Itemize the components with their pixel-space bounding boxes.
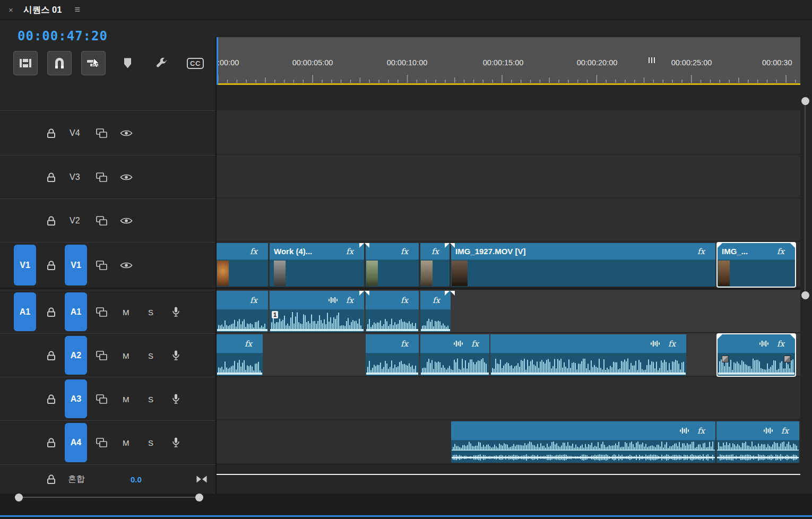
vscroll-handle-bottom[interactable] [801, 291, 809, 299]
track-lock-icon[interactable] [47, 437, 56, 448]
track-target-a2[interactable]: A2 [65, 336, 87, 375]
header-hscroll-track[interactable] [16, 497, 202, 498]
mute-button[interactable]: M [123, 307, 129, 316]
fx-badge[interactable]: fx [346, 247, 353, 256]
clip-label: Work (4)... [270, 247, 312, 256]
fx-badge[interactable]: fx [697, 247, 705, 256]
fx-badge[interactable]: fx [777, 247, 784, 256]
fx-badge[interactable]: fx [245, 339, 252, 349]
vscroll-track[interactable] [805, 104, 806, 292]
clip-header-badges: fx [431, 247, 450, 256]
audio-clip[interactable]: fx [217, 334, 263, 376]
track-target-a1[interactable]: A1 [65, 292, 87, 331]
fx-badge[interactable]: fx [433, 296, 440, 305]
sync-lock-icon[interactable] [96, 216, 107, 226]
fx-badge[interactable]: fx [250, 296, 257, 305]
mute-button[interactable]: M [123, 394, 129, 403]
solo-button[interactable]: S [148, 351, 153, 360]
track-lock-icon[interactable] [47, 172, 56, 183]
track-target-a3[interactable]: A3 [65, 379, 87, 418]
audio-waveform [718, 354, 794, 375]
toggle-track-output-icon[interactable] [120, 217, 133, 224]
clip-body [451, 260, 715, 287]
track-lock-icon[interactable] [47, 474, 56, 485]
sync-lock-icon[interactable] [96, 307, 107, 317]
clip-header-badges: fx [329, 296, 364, 305]
sync-lock-icon[interactable] [96, 261, 107, 270]
audio-clip[interactable]: fx [420, 334, 489, 376]
fx-badge[interactable]: fx [777, 339, 784, 349]
track-lock-icon[interactable] [47, 307, 56, 317]
video-clip[interactable]: IMG_1927.MOV [V]fx [451, 243, 715, 287]
source-patch-a1[interactable]: A1 [14, 292, 36, 331]
fx-badge[interactable]: fx [697, 426, 705, 436]
hscroll-handle-left[interactable] [15, 494, 23, 501]
audio-clip[interactable]: fx [366, 291, 419, 332]
fx-badge[interactable]: fx [471, 339, 479, 349]
vscroll-handle-top[interactable] [801, 97, 809, 105]
audio-clip[interactable]: fx [420, 291, 451, 332]
solo-button[interactable]: S [148, 438, 153, 447]
fx-badge[interactable]: fx [401, 339, 408, 349]
fx-badge[interactable]: fx [401, 296, 408, 305]
voiceover-record-icon[interactable] [172, 393, 180, 404]
track-lock-icon[interactable] [47, 128, 56, 139]
track-target-a4[interactable]: A4 [65, 423, 87, 462]
mute-button[interactable]: M [123, 438, 129, 447]
video-clip[interactable]: fx [366, 243, 419, 287]
clip-body [217, 353, 263, 376]
fx-badge[interactable]: fx [431, 247, 439, 256]
voiceover-record-icon[interactable] [172, 437, 180, 448]
track-name[interactable]: V4 [70, 128, 80, 138]
audio-clip[interactable]: fx [366, 334, 419, 376]
premiere-timeline-panel: × 시퀀스 01 ≡ 00:00:47:20 CC :00:0000:00:05… [0, 0, 812, 519]
fx-badge[interactable]: fx [781, 426, 789, 436]
master-volume-line[interactable] [217, 474, 800, 475]
sync-lock-icon[interactable] [96, 394, 107, 404]
audio-clip[interactable]: fx [718, 334, 795, 376]
toggle-track-output-icon[interactable] [120, 173, 133, 181]
track-lock-icon[interactable] [47, 260, 56, 271]
clip-header: IMG_...fx [718, 243, 795, 260]
solo-button[interactable]: S [148, 307, 153, 316]
audio-clip[interactable]: fx [490, 334, 686, 376]
audio-clip[interactable]: fx [716, 421, 799, 463]
track-name[interactable]: V2 [70, 216, 80, 226]
track-lock-icon[interactable] [47, 350, 56, 361]
toggle-track-output-icon[interactable] [120, 129, 133, 137]
voiceover-record-icon[interactable] [172, 350, 180, 361]
source-patch-v1[interactable]: V1 [14, 245, 36, 286]
track-lock-icon[interactable] [47, 394, 56, 404]
solo-button[interactable]: S [148, 394, 153, 403]
master-level-value[interactable]: 0.0 [131, 475, 142, 484]
voiceover-record-icon[interactable] [172, 306, 180, 317]
clip-header-badges: fx [680, 426, 715, 436]
track-lock-icon[interactable] [47, 215, 56, 226]
hscroll-handle-right[interactable] [195, 494, 203, 501]
fade-handle[interactable] [784, 356, 791, 362]
audio-clip[interactable]: fx [451, 421, 715, 463]
fx-badge[interactable]: fx [668, 339, 676, 349]
video-clip[interactable]: fx [420, 243, 450, 287]
clip-body [420, 260, 450, 287]
sync-lock-icon[interactable] [96, 438, 107, 447]
fade-handle[interactable] [722, 356, 729, 362]
sync-lock-icon[interactable] [96, 351, 107, 360]
fx-badge[interactable]: fx [401, 247, 408, 256]
video-clip[interactable]: fx [217, 243, 268, 287]
show-keyframes-icon[interactable] [196, 475, 208, 483]
header-timeline-divider[interactable] [215, 37, 217, 494]
video-clip[interactable]: IMG_...fx [718, 243, 795, 287]
track-target-v1[interactable]: V1 [65, 245, 87, 286]
audio-clip[interactable]: fx1 [270, 291, 364, 332]
video-clip[interactable]: Work (4)...fx [270, 243, 364, 287]
audio-clip[interactable]: fx [217, 291, 268, 332]
fx-badge[interactable]: fx [250, 247, 257, 256]
mute-button[interactable]: M [123, 351, 129, 360]
track-name[interactable]: V3 [70, 172, 80, 182]
video-audio-divider[interactable] [0, 288, 800, 290]
sync-lock-icon[interactable] [96, 128, 107, 138]
sync-lock-icon[interactable] [96, 172, 107, 182]
toggle-track-output-icon[interactable] [120, 261, 133, 269]
fx-badge[interactable]: fx [346, 296, 353, 305]
